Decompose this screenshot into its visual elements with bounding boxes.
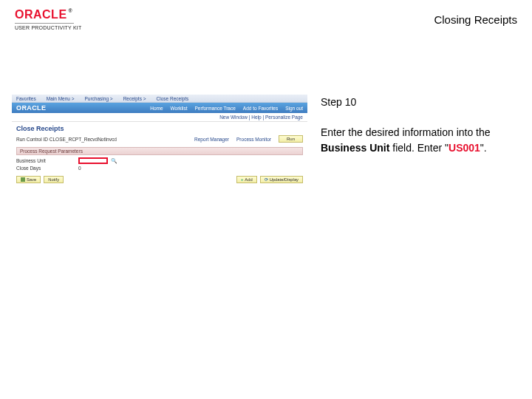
close-days-label: Close Days (16, 166, 75, 171)
nav-item[interactable]: Purchasing > (85, 96, 113, 101)
oracle-logo-small: ORACLE (16, 104, 46, 112)
save-button[interactable]: Save (16, 176, 41, 183)
business-unit-input-highlight[interactable] (78, 157, 108, 164)
notify-button[interactable]: Notify (44, 176, 64, 183)
instruction-text: Enter the desired information into the B… (321, 125, 517, 156)
top-link[interactable]: Add to Favorites (243, 106, 278, 111)
trademark-symbol: ® (69, 8, 73, 13)
nav-item[interactable]: Main Menu > (47, 96, 75, 101)
plus-icon: + (241, 177, 243, 183)
save-icon (21, 177, 25, 182)
instruction-tail: ". (480, 142, 487, 154)
instruction-mid: field. Enter " (389, 142, 449, 154)
section-header: Process Request Parameters (16, 147, 303, 155)
add-button-label: Add (245, 177, 252, 183)
window-helpers[interactable]: New Window | Help | Personalize Page (12, 113, 307, 122)
close-days-value: 0 (78, 166, 81, 171)
run-button[interactable]: Run (279, 135, 303, 143)
instruction-field-name: Business Unit (321, 142, 389, 154)
oracle-logo-text: ORACLE (15, 9, 67, 21)
report-manager-link[interactable]: Report Manager (194, 137, 229, 142)
instruction-value: US001 (449, 142, 480, 154)
nav-item[interactable]: Receipts > (123, 96, 146, 101)
oracle-logo-block: ORACLE ® USER PRODUCTIVITY KIT (15, 9, 81, 30)
nav-item[interactable]: Close Receipts (157, 96, 189, 101)
save-button-label: Save (27, 177, 36, 183)
refresh-icon: ⟳ (265, 177, 268, 183)
instruction-lead: Enter the desired information into the (321, 126, 491, 138)
business-unit-row: Business Unit 🔍 (12, 157, 307, 165)
business-unit-label: Business Unit (16, 158, 75, 163)
top-link[interactable]: Performance Trace (195, 106, 236, 111)
page-title: Closing Receipts (434, 13, 517, 26)
close-days-row: Close Days 0 (12, 165, 307, 171)
lookup-icon[interactable]: 🔍 (111, 157, 117, 164)
top-link[interactable]: Sign out (285, 106, 303, 111)
top-link[interactable]: Home (150, 106, 163, 111)
app-header-bar: ORACLE Home Worklist Performance Trace A… (12, 103, 307, 113)
breadcrumb-nav: Favorites Main Menu > Purchasing > Recei… (12, 95, 307, 103)
logo-underline (15, 23, 74, 24)
add-button[interactable]: +Add (236, 176, 257, 183)
app-screenshot: Favorites Main Menu > Purchasing > Recei… (12, 95, 307, 191)
oracle-logo: ORACLE ® (15, 9, 81, 21)
update-button-label: Update/Display (270, 177, 299, 183)
run-control-line: Run Control ID CLOSE_RCPT_RecvdNotInvcd … (12, 134, 307, 144)
form-action-bar: Save Notify +Add ⟳Update/Display (12, 171, 307, 183)
product-name: USER PRODUCTIVITY KIT (15, 25, 81, 30)
instruction-panel: Step 10 Enter the desired information in… (321, 95, 517, 156)
step-label: Step 10 (321, 95, 517, 110)
process-monitor-link[interactable]: Process Monitor (236, 137, 271, 142)
nav-item[interactable]: Favorites (16, 96, 36, 101)
form-title: Close Receipts (12, 122, 307, 134)
top-link[interactable]: Worklist (171, 106, 188, 111)
update-display-button[interactable]: ⟳Update/Display (260, 176, 303, 183)
top-links: Home Worklist Performance Trace Add to F… (150, 106, 303, 111)
run-control-label: Run Control ID CLOSE_RCPT_RecvdNotInvcd (16, 137, 117, 142)
notify-button-label: Notify (48, 177, 59, 183)
